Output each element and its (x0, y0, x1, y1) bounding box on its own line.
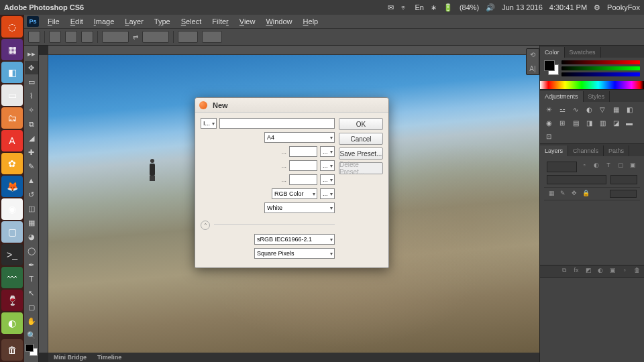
tab-styles[interactable]: Styles (584, 91, 610, 102)
color-fgbg-swatch[interactable] (544, 60, 559, 75)
opt-width-field[interactable] (102, 31, 129, 43)
dialog-titlebar[interactable]: New (195, 98, 388, 113)
tool-move[interactable]: ✥ (25, 61, 38, 74)
adj-selective-icon[interactable]: ⊡ (544, 131, 553, 141)
preset-select[interactable]: A4 (264, 132, 335, 143)
width-units-select[interactable]: ... (320, 146, 335, 157)
lock-all-icon[interactable]: 🔒 (582, 190, 590, 198)
tab-paths[interactable]: Paths (604, 145, 629, 156)
opt-icon-3[interactable] (81, 31, 93, 43)
tool-handle[interactable]: ▸▸ (25, 47, 38, 60)
adj-vibrance-icon[interactable]: ▽ (598, 105, 607, 114)
launcher-app1[interactable]: ▦ (1, 39, 23, 60)
menu-image[interactable]: Image (89, 16, 119, 27)
menu-help[interactable]: Help (299, 16, 323, 27)
swap-wh-icon[interactable]: ⇄ (133, 34, 138, 41)
color-spectrum[interactable] (540, 81, 644, 89)
ruler-vertical[interactable] (39, 55, 48, 353)
color-profile-select[interactable]: sRGB IEC61966-2.1 (254, 234, 335, 245)
menu-type[interactable]: Type (150, 16, 175, 27)
filter-adjust-icon[interactable]: ◐ (592, 162, 601, 171)
slider-green[interactable] (561, 66, 640, 70)
adj-exposure-icon[interactable]: ◐ (584, 105, 594, 114)
launcher-dash[interactable]: ◌ (1, 16, 23, 38)
tool-history-brush[interactable]: ↺ (25, 188, 38, 201)
cancel-button[interactable]: Cancel (339, 133, 383, 145)
tool-blur[interactable]: ◕ (25, 230, 38, 243)
color-mode-select[interactable]: RGB Color (272, 188, 317, 199)
layer-fx-icon[interactable]: fx (572, 267, 581, 276)
bit-depth-select[interactable]: ... (320, 188, 335, 199)
adj-levels-icon[interactable]: ⚍ (557, 105, 567, 114)
link-layers-icon[interactable]: ⧉ (559, 267, 569, 276)
launcher-trash[interactable]: 🗑 (1, 339, 23, 361)
name-input[interactable] (219, 118, 335, 129)
adj-photo-filter-icon[interactable]: ◉ (544, 118, 553, 127)
height-input[interactable] (289, 160, 317, 171)
lock-transparent-icon[interactable]: ▦ (547, 190, 555, 198)
menu-edit[interactable]: Edit (66, 16, 88, 27)
tool-dodge[interactable]: ◯ (25, 244, 38, 257)
adj-brightness-icon[interactable]: ☀ (544, 105, 553, 114)
clock-date[interactable]: Jun 13 2016 (502, 3, 543, 11)
launcher-app2[interactable]: ◧ (1, 62, 23, 83)
adj-invert-icon[interactable]: ◨ (584, 118, 594, 127)
tool-gradient[interactable]: ▦ (25, 216, 38, 229)
tool-pen[interactable]: ✒ (25, 258, 38, 272)
launcher-files[interactable]: 🗂 (1, 107, 23, 129)
tab-swatches[interactable]: Swatches (565, 47, 601, 58)
tool-lasso[interactable]: ⌇ (25, 89, 38, 103)
menu-layer[interactable]: Layer (120, 16, 148, 27)
tool-marquee[interactable]: ▭ (25, 75, 38, 88)
lock-pixels-icon[interactable]: ✎ (559, 190, 567, 198)
launcher-firefox[interactable]: 🦊 (1, 176, 23, 197)
tab-adjustments[interactable]: Adjustments (540, 91, 584, 102)
launcher-android[interactable]: ◐ (1, 312, 23, 334)
name-label-select[interactable]: I... (201, 118, 217, 129)
resolution-units-select[interactable]: ... (320, 174, 335, 185)
gear-icon[interactable]: ⚙ (594, 3, 600, 12)
tool-shape[interactable]: ▢ (25, 300, 38, 314)
tool-eraser[interactable]: ◫ (25, 202, 38, 215)
adj-lookup-icon[interactable]: ▤ (571, 118, 580, 127)
wifi-icon[interactable]: ᯤ (400, 3, 408, 11)
width-input[interactable] (289, 146, 317, 157)
history-icon[interactable]: ⟲ (529, 51, 537, 58)
launcher-chrome[interactable]: ◉ (1, 198, 23, 220)
menu-view[interactable]: View (235, 16, 260, 27)
launcher-monitor[interactable]: 〰 (1, 267, 23, 288)
new-layer-icon[interactable]: ▫ (620, 267, 629, 276)
launcher-app3[interactable]: ▭ (1, 84, 23, 106)
new-fill-icon[interactable]: ◐ (596, 267, 605, 276)
height-units-select[interactable]: ... (320, 160, 335, 171)
user-name[interactable]: PookyFox (607, 3, 640, 11)
adj-bw-icon[interactable]: ◧ (625, 105, 634, 114)
bluetooth-icon[interactable]: ∗ (431, 3, 437, 12)
tool-hand[interactable]: ✋ (25, 314, 38, 328)
adj-hue-icon[interactable]: ▦ (611, 105, 621, 114)
resolution-input[interactable] (289, 174, 317, 185)
adj-posterize-icon[interactable]: ▥ (598, 118, 607, 127)
tool-zoom[interactable]: 🔍 (25, 328, 38, 342)
tool-path[interactable]: ↖ (25, 286, 38, 300)
lock-position-icon[interactable]: ✥ (570, 190, 578, 198)
launcher-app6[interactable]: ✿ (1, 153, 23, 174)
tool-crop[interactable]: ⧉ (25, 117, 38, 131)
tab-channels[interactable]: Channels (568, 145, 604, 156)
filter-type-icon[interactable]: T (604, 162, 613, 171)
layer-filter-select[interactable] (547, 162, 577, 172)
opt-icon-2[interactable] (65, 31, 77, 43)
launcher-wine[interactable]: 🍷 (1, 290, 23, 311)
filter-pixel-icon[interactable]: ▫ (580, 162, 589, 171)
tool-preset-icon[interactable] (28, 31, 40, 43)
tool-eyedropper[interactable]: ◢ (25, 131, 38, 145)
opt-icon-1[interactable] (49, 31, 61, 43)
ok-button[interactable]: OK (339, 118, 383, 130)
opacity-field[interactable] (610, 175, 637, 184)
fill-field[interactable] (610, 190, 637, 198)
ruler-horizontal[interactable] (48, 46, 539, 55)
save-preset-button[interactable]: Save Preset... (339, 147, 383, 160)
layer-mask-icon[interactable]: ◩ (584, 267, 593, 276)
adj-channel-mixer-icon[interactable]: ⊞ (557, 118, 567, 127)
fg-bg-swatch[interactable] (25, 344, 38, 356)
